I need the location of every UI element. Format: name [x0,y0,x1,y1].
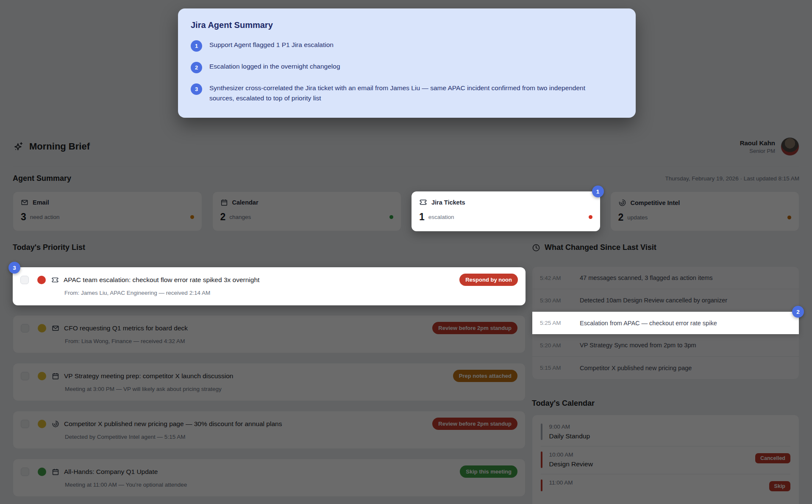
summary-card-caption: escalation [428,214,454,220]
tour-step-badge-3: 3 [8,262,20,274]
tour-step-text: Support Agent flagged 1 P1 Jira escalati… [209,40,334,50]
priority-title: APAC team escalation: checkout flow erro… [64,276,259,284]
priority-item-apac-escalation[interactable]: 3 APAC team escalation: checkout flow er… [13,267,526,305]
summary-card-jira-tickets[interactable]: 1 Jira Tickets 1 escalation [412,191,600,231]
changelog-row-apac-escalation: 2 5:25 AM Escalation from APAC — checkou… [532,312,799,334]
tour-step-badge-1: 1 [592,186,604,197]
tour-step-badge-2: 2 [792,306,804,318]
deadline-pill: Respond by noon [459,274,518,286]
summary-card-label: Jira Tickets [431,199,465,206]
status-dot [589,215,592,219]
priority-dot [37,276,46,284]
step-number-circle: 3 [191,83,202,95]
changelog-time: 5:25 AM [540,320,574,326]
tour-card-title: Jira Agent Summary [191,20,623,30]
tour-step-text: Synthesizer cross-correlated the Jira ti… [209,83,599,103]
ticket-icon [51,276,59,284]
jira-agent-summary-card: Jira Agent Summary 1 Support Agent flagg… [178,8,636,118]
summary-card-count: 1 [419,211,425,223]
tour-step: 2 Escalation logged in the overnight cha… [191,61,623,73]
step-number-circle: 1 [191,40,202,52]
tour-step: 1 Support Agent flagged 1 P1 Jira escala… [191,40,623,52]
priority-subtitle: From: James Liu, APAC Engineering — rece… [64,290,518,296]
priority-checkbox[interactable] [20,276,29,284]
changelog-text: Escalation from APAC — checkout error ra… [580,320,717,327]
tour-step: 3 Synthesizer cross-correlated the Jira … [191,83,623,103]
step-number-circle: 2 [191,62,202,73]
ticket-icon [419,198,427,206]
tour-step-text: Escalation logged in the overnight chang… [209,61,340,72]
